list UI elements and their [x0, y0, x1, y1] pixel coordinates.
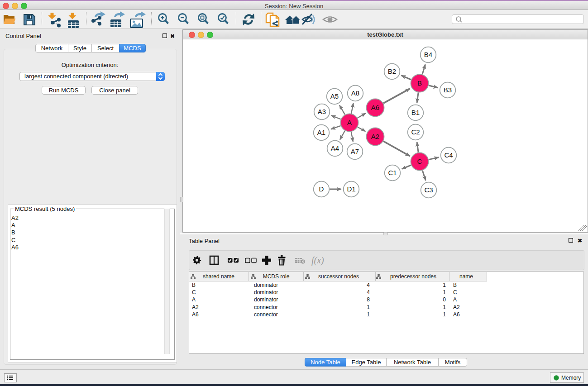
svg-text:C3: C3	[424, 186, 433, 194]
svg-text:B1: B1	[411, 109, 420, 116]
svg-text:A: A	[347, 119, 352, 126]
svg-text:D1: D1	[347, 185, 355, 193]
svg-text:A2: A2	[371, 133, 379, 140]
svg-text:A1: A1	[317, 129, 325, 136]
svg-text:B: B	[417, 79, 422, 87]
svg-text:f(x): f(x)	[311, 255, 324, 266]
svg-text:A8: A8	[351, 89, 359, 97]
svg-text:C: C	[417, 157, 422, 165]
svg-text:C1: C1	[388, 169, 397, 176]
svg-text:B2: B2	[388, 67, 396, 75]
svg-text:D: D	[319, 185, 324, 193]
svg-text:A5: A5	[330, 92, 339, 100]
svg-text:C2: C2	[411, 128, 420, 136]
svg-text:A3: A3	[318, 108, 326, 115]
svg-text:B3: B3	[444, 86, 452, 94]
svg-text:B4: B4	[424, 51, 432, 58]
svg-text:C4: C4	[444, 151, 453, 159]
svg-text:A7: A7	[351, 148, 359, 155]
svg-text:A4: A4	[331, 144, 339, 152]
svg-text:A6: A6	[371, 104, 379, 111]
